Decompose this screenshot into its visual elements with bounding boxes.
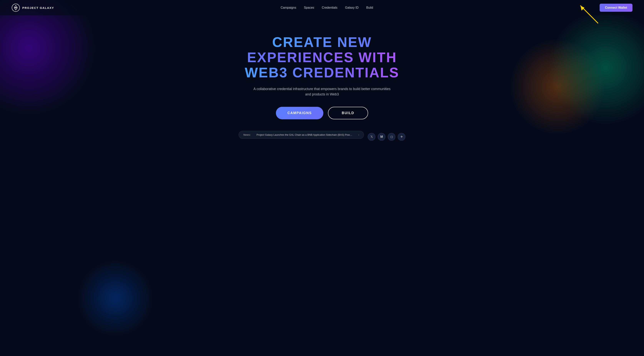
news-arrow-icon: › [358, 133, 359, 136]
news-label: News: [244, 133, 251, 136]
nav-build[interactable]: Build [366, 6, 373, 9]
hero-section: CREATE NEW EXPERIENCES WITH WEB3 CREDENT… [0, 15, 644, 356]
twitter-icon[interactable]: 𝕏 [368, 133, 376, 141]
news-social-row: News: Project Galaxy Launches the GAL Ch… [238, 131, 406, 143]
hero-headline-line2: WEB3 CREDENTIALS [245, 65, 399, 80]
hero-subtitle: A collaborative credential infrastructur… [253, 86, 391, 97]
logo-icon [12, 4, 20, 12]
navbar-wrapper: PROJECT GALAXY Campaigns Spaces Credenti… [0, 0, 644, 15]
social-icons: 𝕏 M ◻ ✈ [368, 133, 406, 141]
connect-wallet-button[interactable]: Connect Wallet [600, 4, 632, 12]
telegram-icon[interactable]: ✈ [398, 133, 406, 141]
hero-headline: CREATE NEW EXPERIENCES WITH WEB3 CREDENT… [230, 35, 414, 80]
medium-icon[interactable]: M [378, 133, 386, 141]
build-button[interactable]: BUILD [328, 107, 368, 119]
svg-point-1 [15, 7, 16, 8]
news-bar[interactable]: News: Project Galaxy Launches the GAL Ch… [238, 131, 364, 139]
nav-credentials[interactable]: Credentials [322, 6, 337, 9]
hero-headline-line1: CREATE NEW EXPERIENCES WITH [247, 35, 397, 65]
campaigns-button[interactable]: CAMPAIGNS [276, 107, 323, 119]
navbar: PROJECT GALAXY Campaigns Spaces Credenti… [0, 0, 644, 15]
nav-campaigns[interactable]: Campaigns [281, 6, 296, 9]
nav-links: Campaigns Spaces Credentials Galaxy ID B… [281, 6, 373, 10]
hero-buttons: CAMPAIGNS BUILD [276, 107, 368, 119]
discord-icon[interactable]: ◻ [388, 133, 396, 141]
nav-spaces[interactable]: Spaces [304, 6, 314, 9]
logo-link[interactable]: PROJECT GALAXY [12, 4, 54, 12]
brand-name: PROJECT GALAXY [22, 6, 54, 10]
news-text: Project Galaxy Launches the GAL Chain as… [256, 133, 352, 136]
nav-galaxy-id[interactable]: Galaxy ID [345, 6, 358, 9]
